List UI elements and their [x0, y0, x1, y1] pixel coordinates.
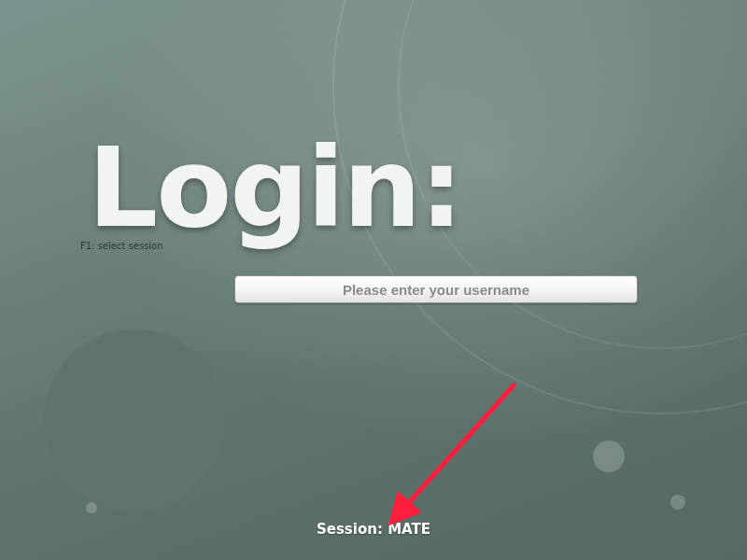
decorative-dot [593, 441, 625, 472]
username-input[interactable] [234, 275, 638, 303]
login-title: Login: [88, 133, 461, 243]
session-value: MATE [388, 521, 430, 538]
svg-line-0 [397, 385, 514, 516]
decorative-dot [86, 502, 97, 513]
annotation-arrow-icon [383, 376, 532, 535]
session-indicator: Session: MATE [0, 521, 747, 538]
session-label: Session: [317, 521, 388, 538]
session-select-hint: F1: select session [80, 241, 163, 251]
decorative-dot [670, 495, 685, 510]
